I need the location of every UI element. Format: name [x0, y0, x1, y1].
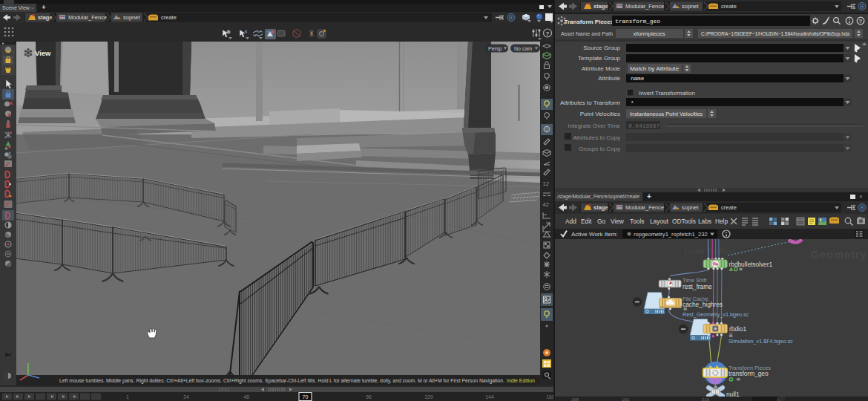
svg-text:Edit: Edit — [581, 218, 592, 225]
svg-text:144: 144 — [485, 394, 494, 400]
svg-text:rbdbulletsolver1: rbdbulletsolver1 — [729, 261, 773, 268]
svg-text:Go: Go — [597, 218, 605, 225]
svg-text:Instantaneous Point Velocities: Instantaneous Point Velocities — [630, 111, 703, 117]
svg-text:48: 48 — [243, 394, 249, 400]
svg-text:ropgeometry1_ropfetch1_232: ropgeometry1_ropfetch1_232 — [634, 231, 708, 238]
svg-text:create: create — [721, 3, 737, 10]
svg-text:?: ? — [546, 30, 550, 37]
svg-text:create: create — [721, 204, 737, 211]
svg-text:1: 1 — [126, 394, 129, 400]
svg-text:Integrate Over Time: Integrate Over Time — [568, 123, 620, 129]
svg-text:?: ? — [859, 18, 863, 25]
svg-text:create: create — [161, 14, 177, 21]
svg-text:View: View — [611, 218, 625, 225]
svg-text:sopnet: sopnet — [123, 14, 140, 21]
svg-text:24: 24 — [183, 394, 189, 400]
svg-text:Point Velocities: Point Velocities — [580, 111, 620, 117]
svg-text:stage: stage — [594, 3, 608, 10]
svg-text:transform_geo: transform_geo — [615, 19, 660, 25]
svg-text:0.0416667: 0.0416667 — [628, 123, 660, 129]
svg-text:Labs: Labs — [698, 218, 711, 225]
svg-text:Attributes to Transform: Attributes to Transform — [560, 100, 620, 106]
svg-text:Active Work Item:: Active Work Item: — [571, 231, 618, 238]
svg-text:Groups to Copy: Groups to Copy — [579, 146, 620, 152]
svg-text:Attributes to Copy: Attributes to Copy — [573, 134, 620, 141]
svg-text:12: 12 — [543, 180, 549, 187]
svg-text:Layout: Layout — [650, 218, 669, 225]
svg-text:null1: null1 — [726, 391, 740, 397]
svg-text:rest_frame: rest_frame — [683, 283, 712, 290]
svg-text:168: 168 — [571, 397, 579, 401]
svg-text:216: 216 — [702, 397, 710, 401]
svg-text:Rest_Geometry_v1.bgeo.sc: Rest_Geometry_v1.bgeo.sc — [683, 311, 749, 318]
svg-text:Modular_Fence: Modular_Fence — [625, 204, 664, 211]
svg-text:rbdio1: rbdio1 — [729, 325, 746, 333]
svg-text:*: * — [631, 100, 634, 106]
svg-text:Template Group: Template Group — [578, 55, 620, 62]
svg-text:sopnet: sopnet — [682, 3, 699, 10]
svg-text:192: 192 — [622, 397, 630, 401]
svg-text:C:/PROGRA~1/SIDEEF~1/HOUDIN~1.: C:/PROGRA~1/SIDEEF~1/HOUDIN~1.584/houdin… — [701, 30, 849, 37]
svg-text:stage: stage — [38, 14, 53, 21]
svg-text:Asset Name and Path: Asset Name and Path — [561, 30, 613, 37]
svg-text:42: 42 — [543, 201, 549, 208]
svg-text:name: name — [631, 76, 645, 82]
svg-text:ODTools: ODTools — [672, 218, 696, 225]
svg-text:Persp: Persp — [488, 46, 502, 52]
svg-text:Geometry: Geometry — [811, 249, 867, 261]
svg-text:View: View — [35, 49, 51, 57]
svg-text:Tools: Tools — [630, 218, 644, 225]
svg-text:Modular_Fence: Modular_Fence — [68, 14, 107, 21]
svg-text:transform_geo: transform_geo — [729, 370, 769, 377]
svg-text:Match by Attribute: Match by Attribute — [630, 65, 679, 72]
svg-text:No cam: No cam — [514, 46, 532, 51]
svg-text:Add: Add — [565, 218, 576, 225]
svg-text:xformpieces: xformpieces — [633, 30, 665, 37]
svg-text:70: 70 — [303, 394, 309, 400]
svg-text:96: 96 — [366, 394, 372, 400]
svg-text:Source Group: Source Group — [583, 45, 620, 51]
svg-text:Invert Transformation: Invert Transformation — [639, 90, 695, 97]
svg-text:Attribute Mode: Attribute Mode — [582, 65, 621, 72]
svg-text:Indie Edition: Indie Edition — [685, 247, 736, 255]
svg-text:Attribute: Attribute — [598, 75, 620, 82]
svg-text:Help: Help — [715, 218, 728, 225]
svg-text:120: 120 — [424, 394, 433, 400]
svg-text:cache_highres: cache_highres — [683, 301, 723, 308]
svg-text:stage: stage — [594, 204, 608, 211]
svg-text:Simulation_v1.$F4.bgeo.sc: Simulation_v1.$F4.bgeo.sc — [729, 338, 793, 345]
svg-text:Modular_Fence: Modular_Fence — [625, 3, 664, 10]
svg-text:sopnet: sopnet — [682, 204, 699, 211]
svg-text:Transform Pieces: Transform Pieces — [565, 19, 614, 25]
